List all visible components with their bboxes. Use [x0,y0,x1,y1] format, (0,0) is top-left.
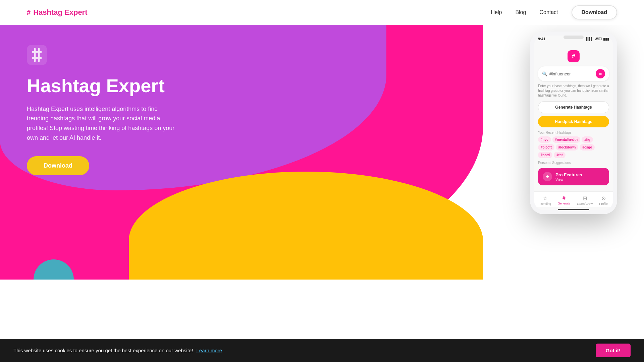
chip-nyc[interactable]: #nyc [538,136,551,143]
phone-helper-text: Enter your base hashtags, then we'll gen… [538,84,609,98]
hero-section: Hashtag Expert Hashtag Expert uses intel… [0,25,644,280]
tab-generate-label: Generate [558,202,571,205]
trending-icon: ☆ [543,195,547,201]
recent-label: Your Recent Hashtags [538,131,609,134]
tab-profile-label: Profile [599,202,608,205]
tab-trending[interactable]: ☆ Trending [539,195,551,205]
generate-hashtags-button[interactable]: Generate Hashtags [538,101,609,113]
pro-features-subtitle: View [555,177,582,181]
tab-generate[interactable]: # Generate [558,195,571,205]
pro-features-card[interactable]: ★ Pro Features View [538,168,609,185]
tab-learn-grow[interactable]: ⊟ Learn/Grow [577,195,593,205]
chip-picoft[interactable]: #picoft [538,144,554,150]
nav-help-link[interactable]: Help [491,9,502,15]
phone-screen: 9:41 ▌▌▌ WiFi ▮▮▮ # 🔍 #influen [534,36,613,210]
chip-ootd[interactable]: #ootd [538,152,552,158]
nav-links: Help Blog Contact Download [491,5,617,19]
phone-mockup: 9:41 ▌▌▌ WiFi ▮▮▮ # 🔍 #influen [530,32,617,214]
app-icon-row: # [538,48,609,64]
phone-inner: # 🔍 #influencer ⊞ Enter your base hashta… [534,44,613,191]
tab-trending-label: Trending [539,202,551,205]
hashtag-chips: #nyc #mentalhealth #fig #picoft #lockdow… [538,136,609,158]
search-input-display: #influencer [549,71,594,76]
app-icon: # [568,50,580,62]
filter-icon: ⊞ [599,72,602,76]
hash-icon: # [27,9,31,16]
phone-tab-bar: ☆ Trending # Generate ⊟ Learn/Grow ⊙ Pro… [534,191,613,207]
battery-icon: ▮▮▮ [603,37,609,41]
navbar: # Hashtag Expert Help Blog Contact Downl… [0,0,644,25]
filter-button[interactable]: ⊞ [596,69,605,78]
chip-lockdown[interactable]: #lockdown [556,144,579,150]
brand-logo[interactable]: # Hashtag Expert [27,8,88,17]
chip-mentalhealth[interactable]: #mentalhealth [552,136,580,143]
pro-star-icon: ★ [543,172,552,181]
hero-download-button[interactable]: Download [27,156,89,175]
hero-title: Hashtag Expert [27,75,181,96]
suggestions-label: Personal Suggestions [538,161,609,165]
nav-contact-link[interactable]: Contact [539,9,558,15]
phone-frame: 9:41 ▌▌▌ WiFi ▮▮▮ # 🔍 #influen [530,32,617,214]
generate-icon: # [562,195,566,201]
wifi-icon: WiFi [595,37,602,41]
search-row[interactable]: 🔍 #influencer ⊞ [538,66,609,81]
handpick-hashtags-button[interactable]: Handpick Hashtags [538,116,609,127]
hero-description: Hashtag Expert uses intelligent algorith… [27,104,181,143]
phone-home-bar [558,209,589,210]
profile-icon: ⊙ [601,195,606,201]
hero-content: Hashtag Expert Hashtag Expert uses intel… [0,25,208,195]
hero-hash-icon [27,45,47,69]
svg-rect-0 [27,45,47,65]
learn-icon: ⊟ [583,195,587,201]
status-icons: ▌▌▌ WiFi ▮▮▮ [586,37,609,41]
chip-fig[interactable]: #fig [582,136,593,143]
phone-time: 9:41 [538,37,545,41]
chip-tbt[interactable]: #tbt [554,152,565,158]
pro-features-title: Pro Features [555,172,582,177]
search-icon: 🔍 [542,71,547,76]
pro-text-block: Pro Features View [555,172,582,181]
tab-profile[interactable]: ⊙ Profile [599,195,608,205]
nav-blog-link[interactable]: Blog [515,9,526,15]
tab-learn-label: Learn/Grow [577,202,593,205]
signal-icon: ▌▌▌ [586,37,593,41]
nav-download-button[interactable]: Download [572,5,617,19]
brand-name: Hashtag Expert [33,8,87,17]
chip-csgo[interactable]: #csgo [580,144,595,150]
phone-notch [564,36,584,39]
